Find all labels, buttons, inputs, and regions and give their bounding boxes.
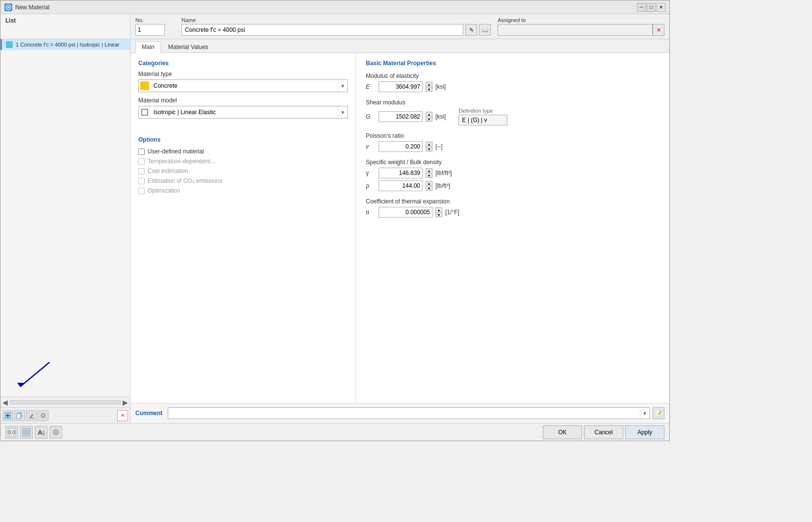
- thermal-row: α ▲ ▼ [1/°F]: [366, 207, 660, 218]
- poisson-unit: [--]: [435, 143, 443, 150]
- right-column: Basic Material Properties Modulus of ela…: [356, 53, 669, 403]
- material-type-label: Material type: [138, 71, 348, 77]
- no-section: No.: [135, 17, 175, 36]
- gamma-row: γ ▲ ▼ [lbf/ft³]: [366, 168, 660, 178]
- no-label: No.: [135, 17, 175, 23]
- shear-row: G ▲ ▼ [ksi] Definition type: [366, 108, 660, 125]
- grid-tool-button[interactable]: [20, 426, 33, 439]
- assigned-section: Assigned to ✕: [498, 17, 664, 36]
- gamma-unit: [lbf/ft³]: [435, 170, 452, 176]
- gamma-symbol: γ: [366, 170, 376, 176]
- shear-input[interactable]: [379, 111, 423, 122]
- shear-unit: [ksi]: [435, 113, 446, 120]
- def-type-value: E | (G) | v: [458, 115, 508, 125]
- scroll-area: ◀ ▶: [0, 397, 130, 407]
- add-material-button[interactable]: [2, 410, 13, 421]
- apply-button[interactable]: Apply: [625, 425, 664, 439]
- material-type-value: Concrete: [151, 82, 338, 89]
- scroll-left-arrow[interactable]: ◀: [2, 398, 8, 406]
- modulus-spin-down[interactable]: ▼: [426, 87, 432, 92]
- scroll-track[interactable]: [10, 400, 121, 404]
- rho-spin-up[interactable]: ▲: [426, 181, 432, 186]
- assigned-input-row: ✕: [498, 24, 664, 36]
- cost-label: Cost estimation: [148, 168, 188, 174]
- name-section: Name ✎ 📖: [181, 17, 491, 36]
- number-tool-button[interactable]: 0.0: [5, 426, 18, 439]
- name-input-row: ✎ 📖: [181, 24, 491, 36]
- user-defined-checkbox[interactable]: [138, 149, 145, 155]
- assigned-label: Assigned to: [498, 17, 664, 23]
- comment-input[interactable]: [168, 409, 640, 418]
- modulus-row: E ▲ ▼ [ksi]: [366, 81, 660, 92]
- gamma-input[interactable]: [379, 168, 423, 178]
- copy-material-button[interactable]: [14, 410, 25, 421]
- thermal-spinner: ▲ ▼: [435, 207, 442, 217]
- svg-rect-8: [17, 414, 21, 419]
- cost-checkbox: [138, 168, 145, 174]
- cancel-button[interactable]: Cancel: [584, 425, 623, 439]
- assigned-clear-button[interactable]: ✕: [653, 24, 664, 36]
- rho-unit: [lb/ft³]: [435, 182, 450, 189]
- temperature-checkbox: [138, 158, 145, 165]
- rename-button[interactable]: [26, 410, 37, 421]
- material-model-arrow[interactable]: ▼: [338, 106, 347, 118]
- poisson-label: Poisson's ratio: [366, 132, 660, 139]
- poisson-input[interactable]: [379, 141, 423, 152]
- shear-symbol: G: [366, 113, 376, 120]
- title-bar-left: New Material: [4, 3, 50, 11]
- shear-spin-down[interactable]: ▼: [426, 117, 432, 122]
- material-model-dropdown[interactable]: Isotropic | Linear Elastic ▼: [138, 106, 348, 119]
- main-window: New Material ─ □ ✕ List No. Name: [0, 0, 670, 441]
- def-type-label: Definition type: [458, 108, 508, 114]
- rho-spin-down[interactable]: ▼: [426, 186, 432, 191]
- gamma-spin-down[interactable]: ▼: [426, 173, 432, 178]
- scroll-right-arrow[interactable]: ▶: [123, 398, 128, 406]
- checkbox-cost: Cost estimation: [138, 168, 348, 174]
- material-type-arrow[interactable]: ▼: [338, 80, 347, 92]
- minimize-button[interactable]: ─: [637, 3, 646, 12]
- tab-main[interactable]: Main: [135, 41, 161, 53]
- thermal-input[interactable]: [379, 207, 432, 218]
- checkbox-temperature: Temperature-dependent...: [138, 158, 348, 165]
- modulus-input[interactable]: [379, 81, 423, 92]
- close-button[interactable]: ✕: [657, 3, 665, 12]
- checkbox-optimization: Optimization: [138, 187, 348, 194]
- rho-row: ρ ▲ ▼ [lb/ft³]: [366, 180, 660, 191]
- poisson-spin-down[interactable]: ▼: [426, 147, 432, 151]
- model-icon: [140, 108, 149, 117]
- modulus-symbol: E: [366, 83, 376, 90]
- sidebar-bottom: ✕: [0, 407, 130, 423]
- comment-edit-button[interactable]: 📝: [653, 407, 664, 419]
- modulus-spinner: ▲ ▼: [426, 82, 432, 92]
- ok-button[interactable]: OK: [543, 425, 582, 439]
- window-body: List No. Name ✎ 📖 Assigned to: [0, 14, 669, 441]
- thermal-spin-up[interactable]: ▲: [435, 207, 442, 212]
- rho-input[interactable]: [379, 180, 423, 191]
- thermal-group: Coefficient of thermal expansion α ▲ ▼ […: [366, 198, 660, 218]
- comment-dropdown-arrow[interactable]: ▼: [640, 408, 649, 419]
- definition-type-group: Definition type E | (G) | v: [458, 108, 508, 125]
- shear-spin-up[interactable]: ▲: [426, 112, 432, 117]
- gamma-spin-up[interactable]: ▲: [426, 168, 432, 173]
- name-library-button[interactable]: 📖: [479, 24, 491, 36]
- poisson-spinner: ▲ ▼: [426, 142, 432, 151]
- assigned-input[interactable]: [498, 24, 653, 36]
- list-item[interactable]: 1 Concrete f'c = 4000 psi | Isotropic | …: [0, 39, 130, 50]
- no-input[interactable]: [135, 24, 165, 36]
- name-input[interactable]: [181, 24, 463, 36]
- name-edit-button[interactable]: ✎: [465, 24, 477, 36]
- tab-material-values[interactable]: Material Values: [162, 41, 215, 52]
- delete-button[interactable]: ✕: [117, 410, 128, 421]
- modulus-spin-up[interactable]: ▲: [426, 82, 432, 87]
- maximize-button[interactable]: □: [647, 3, 656, 12]
- thermal-spin-down[interactable]: ▼: [435, 212, 442, 217]
- sidebar-item-label: 1 Concrete f'c = 4000 psi | Isotropic | …: [16, 42, 120, 48]
- poisson-spin-up[interactable]: ▲: [426, 142, 432, 147]
- text-tool-button[interactable]: A: [35, 426, 48, 439]
- split-content: 1 Concrete f'c = 4000 psi | Isotropic | …: [0, 39, 669, 423]
- properties-tool-button[interactable]: [50, 426, 62, 439]
- name-label: Name: [181, 17, 491, 23]
- settings-button[interactable]: [38, 410, 49, 421]
- material-type-dropdown[interactable]: Concrete ▼: [138, 79, 348, 92]
- basic-props-title: Basic Material Properties: [366, 60, 660, 67]
